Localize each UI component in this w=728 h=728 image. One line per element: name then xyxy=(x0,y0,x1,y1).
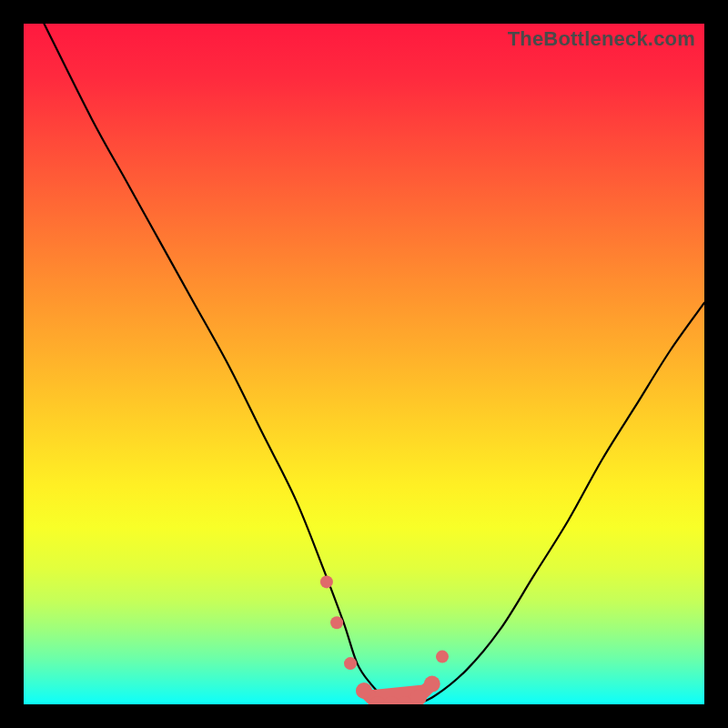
marker-point xyxy=(424,676,440,693)
marker-point xyxy=(320,575,333,588)
marker-point xyxy=(436,651,449,663)
plot-area: TheBottleneck.com xyxy=(24,24,704,704)
highlighted-markers xyxy=(320,575,449,704)
marker-point xyxy=(330,616,343,629)
chart-frame: TheBottleneck.com xyxy=(0,0,728,728)
marker-point xyxy=(356,682,372,699)
bottleneck-curve xyxy=(44,24,704,704)
curve-layer xyxy=(24,24,704,704)
marker-point xyxy=(344,657,357,670)
